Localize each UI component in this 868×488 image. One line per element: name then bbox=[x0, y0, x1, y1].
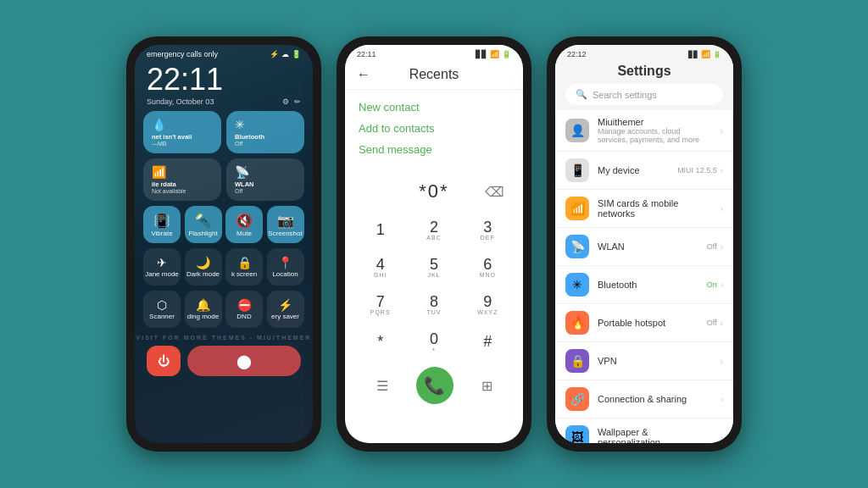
wallpaper-title: Wallpaper & personalization bbox=[598, 427, 712, 443]
bt-status: On bbox=[707, 280, 717, 289]
scanner-button[interactable]: ⬡ Scanner bbox=[143, 291, 181, 328]
wifi-status-icon: ☁ bbox=[281, 50, 289, 58]
device-content: My device bbox=[598, 165, 669, 175]
cc-data-label: net isn't avail bbox=[152, 133, 213, 141]
wifi-icon-d: 📶 bbox=[490, 50, 499, 58]
battery-icon-s: 🔋 bbox=[713, 51, 721, 58]
mute-button[interactable]: 🔇 Mute bbox=[225, 206, 263, 243]
gear-icon[interactable]: ⚙ bbox=[282, 97, 289, 106]
device-version: MIUI 12.5.5 bbox=[677, 166, 717, 175]
settings-item-device[interactable]: 📱 My device MIUI 12.5.5 › bbox=[555, 152, 733, 190]
mute-label: Mute bbox=[236, 230, 252, 237]
screenshot-icon: 📷 bbox=[277, 213, 294, 229]
dial-key-star[interactable]: * bbox=[353, 323, 407, 360]
dial-key-9[interactable]: 9 WXYZ bbox=[461, 286, 515, 323]
connection-content: Connection & sharing bbox=[598, 394, 712, 404]
data2-icon: 📶 bbox=[152, 165, 213, 179]
phones-container: emergency calls only ⚡ ☁ 🔋 22:11 Sunday,… bbox=[126, 36, 742, 452]
settings-item-sim[interactable]: 📶 SIM cards & mobile networks › bbox=[555, 190, 733, 228]
settings-item-account[interactable]: 👤 Miuithemer Manage accounts, cloud serv… bbox=[555, 110, 733, 152]
cc-tile-data[interactable]: 💧 net isn't avail —MB bbox=[143, 111, 221, 153]
dialed-number: *0* bbox=[419, 180, 448, 202]
plane-mode-button[interactable]: ✈ Jane mode bbox=[143, 248, 181, 286]
plane-icon: ✈ bbox=[157, 256, 167, 269]
dial-key-0[interactable]: 0 + bbox=[407, 323, 460, 360]
lock-screen-label: k screen bbox=[231, 270, 257, 278]
dial-key-2[interactable]: 2 ABC bbox=[407, 211, 460, 248]
vpn-chevron: › bbox=[721, 357, 723, 366]
dial-key-6[interactable]: 6 MNO bbox=[461, 248, 515, 286]
cc-quick-row2: ✈ Jane mode 🌙 Dark mode 🔒 k screen 📍 Loc… bbox=[135, 248, 313, 291]
settings-item-wlan[interactable]: 📡 WLAN Off › bbox=[555, 228, 733, 266]
flashlight-icon: 🔦 bbox=[195, 213, 212, 229]
mic-button[interactable]: ⬤ bbox=[187, 346, 301, 376]
lock-screen-button[interactable]: 🔒 k screen bbox=[225, 248, 263, 286]
vpn-right: › bbox=[721, 357, 723, 366]
dial-key-7[interactable]: 7 PQRS bbox=[353, 286, 407, 323]
data-icon: 💧 bbox=[152, 118, 213, 131]
settings-status-icons: ▊▊ 📶 🔋 bbox=[688, 50, 721, 58]
cc-tile-wlan[interactable]: 📡 WLAN Off bbox=[226, 158, 304, 201]
dial-key-8[interactable]: 8 TUV bbox=[407, 286, 460, 323]
battery-saver-label: ery saver bbox=[271, 313, 299, 320]
power-button[interactable]: ⏻ bbox=[147, 346, 181, 376]
status-bar-3: 22:12 ▊▊ 📶 🔋 bbox=[555, 45, 733, 60]
cc-data-sub: —MB bbox=[152, 141, 213, 147]
battery-icon: 🔋 bbox=[292, 50, 301, 58]
call-button[interactable]: 📞 bbox=[416, 367, 453, 404]
battery-saver-button[interactable]: ⚡ ery saver bbox=[267, 291, 304, 328]
cc-wlan-label: WLAN bbox=[235, 180, 296, 188]
bluetooth-tile-icon: ✳ bbox=[235, 118, 296, 131]
dial-key-3[interactable]: 3 DEF bbox=[461, 211, 515, 248]
dialer-menu-items: New contact Add to contacts Send message bbox=[345, 90, 523, 167]
status-icons-1: ⚡ ☁ 🔋 bbox=[270, 50, 301, 58]
dnd-button[interactable]: ⛔ DND bbox=[225, 291, 263, 328]
wlan-icon: 📡 bbox=[565, 235, 589, 258]
back-button[interactable]: ← bbox=[357, 67, 370, 82]
dnd-icon: ⛔ bbox=[237, 298, 252, 312]
bt-right: On › bbox=[707, 280, 723, 290]
phone-dialer: 22:11 ▊▊ 📶 🔋 ← Recents New contact Add t… bbox=[337, 36, 531, 452]
dark-mode-button[interactable]: 🌙 Dark mode bbox=[185, 248, 222, 286]
settings-item-vpn[interactable]: 🔒 VPN › bbox=[555, 342, 733, 380]
new-contact-item[interactable]: New contact bbox=[359, 97, 509, 118]
sim-content: SIM cards & mobile networks bbox=[598, 198, 712, 219]
dial-key-5[interactable]: 5 JKL bbox=[407, 248, 460, 286]
settings-search-bar[interactable]: 🔍 Search settings bbox=[565, 84, 723, 105]
date-icons: ⚙ ✏ bbox=[282, 97, 301, 106]
hotspot-title: Portable hotspot bbox=[598, 318, 698, 328]
dialpad: 1 2 ABC 3 DEF 4 GHI 5 JKL bbox=[345, 211, 523, 360]
ding-mode-button[interactable]: 🔔 ding mode bbox=[185, 291, 222, 328]
cc-tile-data2[interactable]: 📶 ile rdata Not available bbox=[143, 158, 221, 201]
scanner-icon: ⬡ bbox=[157, 298, 167, 312]
dial-key-4[interactable]: 4 GHI bbox=[353, 248, 407, 286]
location-label: Location bbox=[272, 270, 298, 278]
add-to-contacts-item[interactable]: Add to contacts bbox=[359, 118, 509, 139]
dial-key-1[interactable]: 1 bbox=[353, 211, 407, 248]
settings-item-hotspot[interactable]: 🔥 Portable hotspot Off › bbox=[555, 304, 733, 342]
menu-icon[interactable]: ☰ bbox=[376, 378, 388, 394]
flashlight-label: Flashlight bbox=[188, 230, 217, 237]
settings-item-bluetooth[interactable]: ✳ Bluetooth On › bbox=[555, 266, 733, 304]
cc-bt-label: Bluetooth bbox=[235, 133, 296, 141]
vpn-title: VPN bbox=[598, 356, 712, 366]
vibrate-label: Vibrate bbox=[151, 230, 172, 237]
vibrate-button[interactable]: 📳 Vibrate bbox=[143, 206, 181, 243]
hotspot-status: Off bbox=[707, 319, 717, 327]
dialpad-icon[interactable]: ⊞ bbox=[481, 378, 492, 394]
settings-item-connection[interactable]: 🔗 Connection & sharing › bbox=[555, 380, 733, 419]
flashlight-button[interactable]: 🔦 Flashlight bbox=[185, 206, 222, 243]
settings-title: Settings bbox=[617, 64, 670, 78]
settings-item-wallpaper[interactable]: 🖼 Wallpaper & personalization › bbox=[555, 419, 733, 443]
signal-icon-s: ▊▊ bbox=[688, 51, 698, 58]
screenshot-button[interactable]: 📷 Screenshot bbox=[267, 206, 304, 243]
dark-mode-label: Dark mode bbox=[186, 270, 220, 278]
battery-icon-d: 🔋 bbox=[502, 50, 511, 58]
send-message-item[interactable]: Send message bbox=[359, 139, 509, 160]
location-button[interactable]: 📍 Location bbox=[267, 248, 304, 286]
connection-right: › bbox=[721, 395, 723, 404]
delete-digit-button[interactable]: ⌫ bbox=[485, 184, 506, 200]
cc-tile-bluetooth[interactable]: ✳ Bluetooth Off bbox=[226, 111, 304, 153]
dial-key-hash[interactable]: # bbox=[461, 323, 515, 360]
edit-icon[interactable]: ✏ bbox=[294, 97, 301, 106]
